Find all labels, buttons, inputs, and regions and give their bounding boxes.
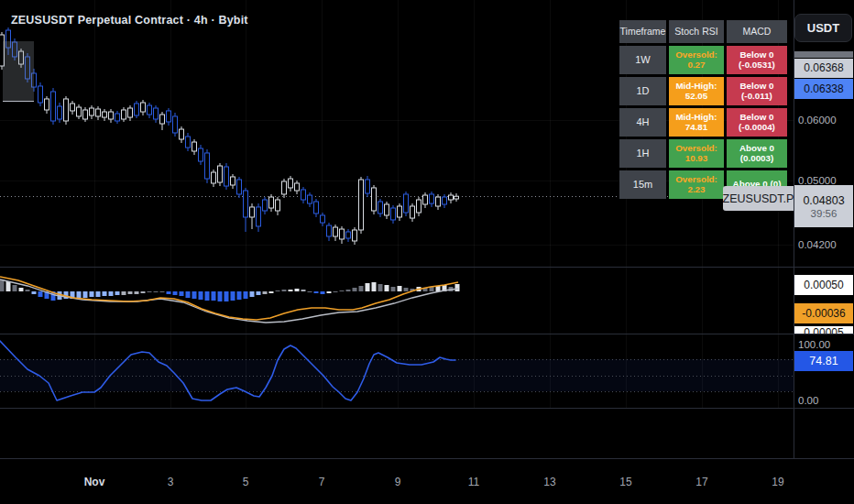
macd-clipped-value-label: 0.00005 [794,326,853,334]
bid-price-label: 0.06338 [794,79,853,99]
screener-stochrsi-1D: Mid-High: 52.05 [669,77,724,105]
last-price-label: 0.04803 39:56 [794,185,853,227]
screener-macd-1D: Below 0 (-0.011) [727,77,787,105]
screener-stochrsi-4H: Mid-High: 74.81 [669,108,724,137]
price-tick-label: 0.04200 [798,238,837,251]
macd-value-label: 0.00050 [794,275,853,295]
time-axis-label: 17 [684,476,720,488]
screener-header-macd: MACD [727,20,787,43]
currency-usdt-button[interactable]: USDT [794,14,852,42]
candlestick-series [0,27,459,245]
ask-price-label: 0.06368 [794,59,853,78]
tradingview-chart-app: ZEUSUSDT Perpetual Contract · 4h · Bybit… [0,0,854,504]
stoch-value-label: 74.81 [794,351,853,371]
screener-header-timeframe: Timeframe [619,20,666,43]
symbol-price-tag: ZEUSUSDT.P [723,186,794,211]
time-axis-label: 11 [455,476,492,488]
screener-timeframe-4H: 4H [619,108,666,137]
time-axis-label: Nov [76,476,113,488]
screener-timeframe-1H: 1H [619,139,666,168]
screener-timeframe-1W: 1W [619,46,666,74]
screener-macd-4H: Below 0 (-0.0004) [727,108,787,137]
screener-timeframe-1D: 1D [619,77,666,105]
screener-stochrsi-1W: Oversold: 0.27 [669,46,724,74]
macd-signal-line [0,277,458,320]
screener-stochrsi-15m: Oversold: 2.23 [669,170,724,199]
time-axis-label: 15 [608,476,644,488]
time-axis-label: 19 [760,476,796,488]
time-axis-label: 3 [152,476,189,488]
macd-signal-value-label: -0.00036 [794,303,853,323]
range-box-overlay [3,41,34,101]
time-axis-label: 7 [303,476,340,488]
stoch-scale-0-label: 0.00 [798,394,818,407]
time-axis-label: 9 [379,476,416,488]
screener-stochrsi-1H: Oversold: 10.93 [669,139,724,168]
screener-macd-1H: Above 0 (0.0003) [727,139,787,168]
screener-timeframe-15m: 15m [619,170,666,199]
partial-price-label [794,51,853,58]
bar-countdown: 39:56 [811,208,838,219]
time-axis-label: 13 [531,476,568,488]
screener-header-stoch-rsi: Stoch RSI [669,20,724,43]
symbol-title: ZEUSUSDT Perpetual Contract · 4h · Bybit [11,14,248,27]
multi-timeframe-screener-table: TimeframeStoch RSIMACD1WOversold: 0.27Be… [619,20,787,199]
time-axis-label: 5 [227,476,264,488]
macd-line [0,279,458,323]
macd-histogram [0,279,460,301]
time-scale-axis[interactable]: Nov35791113151719 [0,459,854,504]
price-tick-label: 0.06000 [798,114,837,126]
stoch-scale-100-label: 100.00 [798,338,830,351]
stoch-band [0,359,794,391]
last-price-value: 0.04803 [803,194,844,207]
screener-macd-1W: Below 0 (-0.0531) [727,46,787,74]
